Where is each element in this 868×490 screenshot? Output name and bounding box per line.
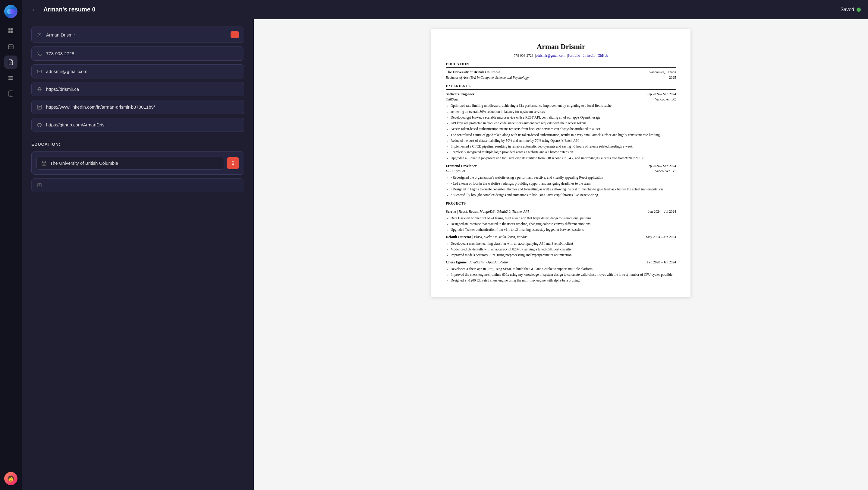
proj-date: May 2024 – Jun 2024 [646, 234, 676, 239]
edu-institution: The University of British Columbia [446, 69, 500, 75]
exp-location: Vancouver, BC [655, 169, 676, 174]
proj-date: Jun 2024 – Jul 2024 [648, 209, 676, 214]
exp-date: Sep 2024 – Sep 2024 [647, 92, 676, 97]
svg-rect-5 [11, 31, 13, 33]
email-icon [36, 69, 42, 74]
resume-bullet: Optimized rate limiting middleware, achi… [451, 103, 676, 108]
sidebar-item-grid[interactable] [4, 24, 18, 37]
edu-location: Vancouver, Canada [649, 70, 676, 75]
saved-label: Saved [841, 7, 854, 12]
svg-rect-13 [8, 78, 13, 79]
proj-title-tech: Chess Egnine | JavaScript, OpenAI, Redux [446, 259, 508, 265]
proj-title: Serene [446, 209, 456, 213]
resume-project-entry: Default Detector | Flask, SvelteKit, sci… [446, 234, 676, 258]
field-value-phone: 778-903-2728 [46, 51, 239, 56]
resume-bullet: Developed gpt-broker, a scalable microse… [451, 115, 676, 120]
contact-field-phone: 778-903-2728 [31, 47, 244, 61]
resume-experience-entry: Frontend Developer Sep 2024 – Sep 2024 U… [446, 163, 676, 198]
contact-field-github: https://github.com/ArmanDris [31, 118, 244, 132]
exp-date: Sep 2024 – Sep 2024 [647, 164, 676, 169]
resume-portfolio-link[interactable]: Portfolio [568, 54, 580, 57]
svg-rect-27 [38, 183, 41, 187]
resume-github-link[interactable]: GitHub [598, 54, 608, 57]
proj-tech: Flask, SvelteKit, scikit-learn, pandas [474, 235, 527, 239]
section-divider [31, 137, 244, 137]
edu-year: 2025 [669, 75, 676, 80]
svg-point-17 [38, 33, 40, 35]
resume-bullet: Improved models accuracy 7.3% using prep… [451, 253, 676, 258]
sidebar-item-tablet[interactable] [4, 87, 18, 100]
exp-org: UBC AgroBot [446, 169, 465, 174]
resume-phone: 778-903-2728 [514, 54, 533, 57]
resume-bullet: Seamlessly integrated multiple login pro… [451, 150, 676, 155]
resume-education-entries: The University of British Columbia Vanco… [446, 69, 676, 80]
resume-contact-line: 778-903-2728 |adrismir@gmail.com |Portfo… [446, 53, 676, 58]
proj-title-tech: Default Detector | Flask, SvelteKit, sci… [446, 234, 527, 239]
proj-bullets: Developed a machine learning classifier … [451, 241, 676, 258]
svg-rect-4 [8, 31, 10, 33]
exp-org: SkillSync [446, 97, 458, 102]
github-icon [36, 122, 42, 127]
contact-field-website: https://drismir.ca [31, 82, 244, 96]
proj-title: Chess Egnine [446, 260, 467, 264]
education-second-field [31, 178, 244, 192]
resume-bullet: Developed a machine learning classifier … [451, 241, 676, 246]
svg-rect-3 [11, 28, 13, 30]
proj-bullets: Data Hackfest winner out of 24 teams, bu… [451, 216, 676, 233]
resume-experience-entry: Software Engineer Sep 2024 – Sep 2024 Sk… [446, 91, 676, 161]
field-menu-button-name[interactable]: ··· [230, 31, 239, 38]
resume-document: Arman Drismir 778-903-2728 |adrismir@gma… [431, 29, 690, 297]
sidebar-item-document[interactable] [4, 56, 18, 69]
sidebar-item-calendar[interactable] [4, 40, 18, 53]
page-title: Arman's resume 0 [43, 6, 841, 13]
proj-title-tech: Serene | React, Redux, MongoDB, OAuth2.0… [446, 209, 529, 214]
education-section-title: EDUCATION: [31, 142, 244, 147]
proj-bullets: Developed a chess app in C++, using SFML… [451, 266, 676, 283]
exp-bullets: Optimized rate limiting middleware, achi… [451, 103, 676, 161]
field-value-email: adrismir@gmail.com [46, 69, 239, 74]
resume-bullet: Upgraded Twitter authentication from v1.… [451, 227, 676, 232]
contact-fields: Arman Drismir ··· 778-903-2728 adrismir@… [31, 27, 244, 132]
sidebar-item-list[interactable] [4, 71, 18, 85]
resume-bullet: Model predicts defaults with an accuracy… [451, 247, 676, 252]
resume-education-entry: The University of British Columbia Vanco… [446, 69, 676, 80]
svg-rect-6 [8, 45, 13, 49]
contact-field-name: Arman Drismir ··· [31, 27, 244, 43]
proj-tech: React, Redux, MongoDB, OAuth2.0, Twitter… [459, 209, 529, 213]
linkedin-icon [36, 105, 42, 110]
resume-name: Arman Drismir [446, 41, 676, 52]
user-avatar[interactable]: 🧑 [4, 472, 18, 485]
resume-education-header: EDUCATION [446, 61, 676, 67]
resume-bullet: Developed a chess app in C++, using SFML… [451, 266, 676, 271]
resume-projects-header: PROJECTS [446, 201, 676, 207]
proj-tech: JavaScript, OpenAI, Redux [469, 260, 508, 264]
resume-preview: Arman Drismir 778-903-2728 |adrismir@gma… [254, 19, 868, 490]
svg-point-16 [10, 95, 11, 96]
field-value-name: Arman Drismir [46, 32, 227, 37]
exp-bullets: • Redesigned the organization's website … [451, 175, 676, 198]
contact-field-email: adrismir@gmail.com [31, 64, 244, 79]
svg-point-24 [38, 106, 38, 106]
institution-value: The University of British Columbia [50, 161, 219, 166]
field-value-github: https://github.com/ArmanDris [46, 122, 239, 127]
resume-bullet: • Redesigned the organization's website … [451, 175, 676, 180]
back-button[interactable]: ← [29, 4, 40, 15]
field-value-website: https://drismir.ca [46, 87, 239, 92]
app-logo-icon[interactable] [4, 5, 18, 18]
phone-icon [36, 51, 42, 56]
resume-bullet: achieving an overall 30% reduction in la… [451, 109, 676, 114]
resume-bullet: Upgraded a LinkedIn job processing tool,… [451, 156, 676, 161]
exp-title: Frontend Developer [446, 163, 477, 169]
delete-education-button[interactable] [227, 157, 239, 169]
header: ← Arman's resume 0 Saved [22, 0, 868, 19]
resume-bullet: • Successfully brought complex designs a… [451, 193, 676, 198]
saved-status: Saved [841, 7, 861, 12]
resume-linkedin-link[interactable]: LinkedIn [583, 54, 595, 57]
resume-email-link[interactable]: adrismir@gmail.com [536, 54, 565, 57]
resume-experience-entries: Software Engineer Sep 2024 – Sep 2024 Sk… [446, 91, 676, 198]
svg-rect-18 [37, 70, 41, 73]
education-second-icon [36, 183, 42, 188]
form-editor: Arman Drismir ··· 778-903-2728 adrismir@… [22, 19, 254, 490]
proj-date: Feb 2020 – Jan 2024 [647, 260, 676, 265]
resume-bullet: Designed an interface that reacted to th… [451, 222, 676, 227]
